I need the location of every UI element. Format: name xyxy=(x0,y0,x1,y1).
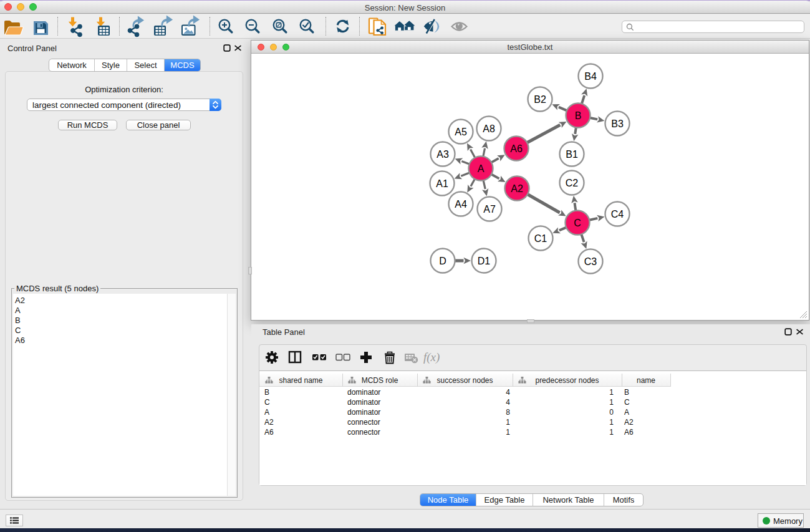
svg-text:B: B xyxy=(575,110,582,121)
svg-text:A1: A1 xyxy=(436,178,448,189)
svg-text:B4: B4 xyxy=(584,71,597,82)
svg-text:D: D xyxy=(439,256,446,266)
svg-text:A7: A7 xyxy=(483,204,496,215)
svg-text:C4: C4 xyxy=(611,209,624,220)
svg-text:A4: A4 xyxy=(455,199,467,210)
svg-text:A5: A5 xyxy=(455,127,467,137)
svg-text:A2: A2 xyxy=(511,183,523,194)
svg-text:C3: C3 xyxy=(584,256,597,267)
svg-text:B2: B2 xyxy=(534,94,546,105)
svg-text:C2: C2 xyxy=(566,178,579,188)
svg-text:A8: A8 xyxy=(483,123,495,134)
svg-text:A3: A3 xyxy=(436,149,449,160)
svg-text:D1: D1 xyxy=(478,256,491,266)
svg-text:A: A xyxy=(478,163,485,174)
svg-text:C: C xyxy=(574,218,581,228)
svg-text:f(x): f(x) xyxy=(423,351,440,364)
svg-text:A6: A6 xyxy=(510,143,523,154)
svg-text:B3: B3 xyxy=(611,118,624,129)
svg-text:C1: C1 xyxy=(534,233,547,244)
svg-text:B1: B1 xyxy=(566,149,578,160)
